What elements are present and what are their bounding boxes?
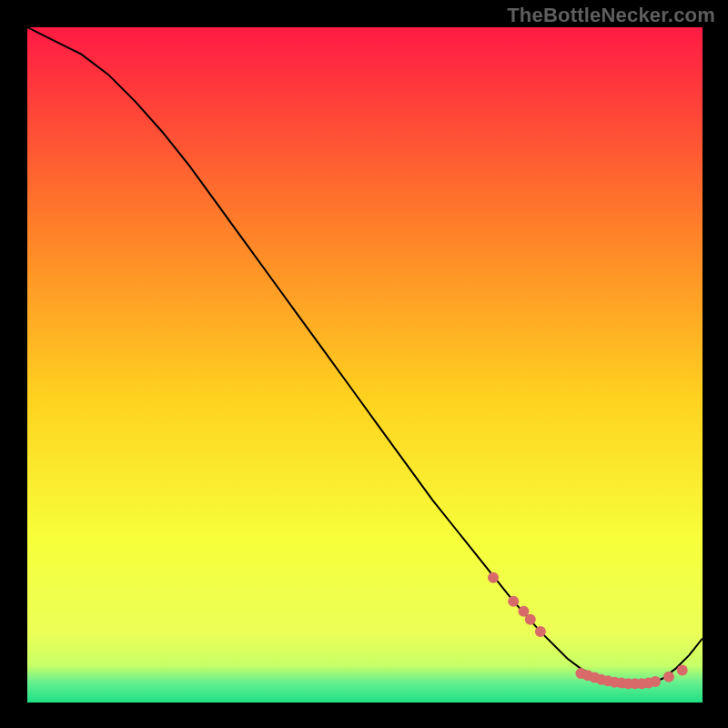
plot-area	[27, 27, 703, 703]
scatter-point	[535, 626, 546, 637]
gradient-background	[27, 27, 703, 703]
scatter-point	[663, 672, 674, 682]
scatter-point	[677, 664, 688, 675]
scatter-point	[488, 572, 499, 583]
chart-svg	[27, 27, 703, 703]
chart-frame: TheBottleNecker.com	[0, 0, 728, 728]
scatter-point	[508, 596, 519, 607]
scatter-point	[650, 676, 661, 687]
scatter-point	[525, 614, 536, 625]
watermark-text: TheBottleNecker.com	[507, 4, 715, 27]
